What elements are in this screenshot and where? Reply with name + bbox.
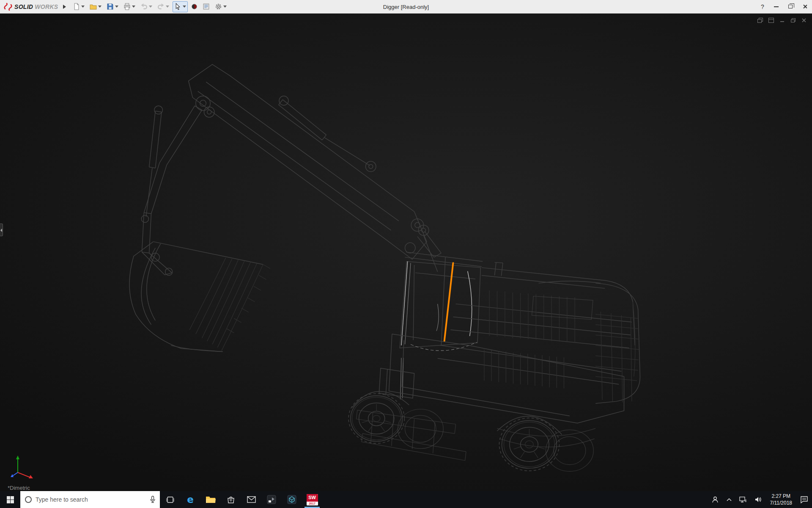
restore-doc-icon[interactable]	[789, 17, 797, 24]
help-button[interactable]: ?	[756, 0, 769, 13]
new-document-button[interactable]	[71, 1, 86, 12]
file-explorer-icon	[206, 495, 216, 504]
network-button[interactable]	[735, 491, 751, 508]
gear-icon	[215, 3, 222, 10]
view-orientation-label: *Dimetric	[8, 485, 30, 491]
minimize-button[interactable]	[769, 0, 783, 13]
undo-button[interactable]	[139, 1, 154, 12]
feature-panel-collapse-tab[interactable]	[0, 224, 3, 236]
media-app-icon	[267, 495, 276, 504]
speaker-icon	[754, 496, 762, 503]
document-window-controls	[756, 17, 808, 24]
taskbar-search[interactable]	[20, 491, 160, 508]
print-caret[interactable]	[132, 6, 135, 8]
network-icon	[739, 496, 747, 503]
volume-button[interactable]	[751, 491, 766, 508]
undo-caret[interactable]	[149, 6, 152, 8]
maximize-icon	[788, 5, 793, 8]
design-binder-icon	[203, 3, 210, 10]
tile-window-icon[interactable]	[767, 17, 775, 24]
options-caret[interactable]	[223, 6, 227, 8]
redo-button[interactable]	[156, 1, 171, 12]
redo-caret[interactable]	[166, 6, 169, 8]
taskbar-app-file-explorer[interactable]	[200, 491, 221, 508]
store-bag-icon	[227, 495, 235, 504]
solidworks-app-year: 2017	[307, 502, 318, 505]
hidden-icons-button[interactable]	[723, 491, 735, 508]
print-icon	[123, 3, 131, 10]
solidworks-app-label: SW	[307, 494, 318, 502]
options-button[interactable]	[213, 1, 228, 12]
close-doc-icon[interactable]	[800, 17, 808, 24]
print-button[interactable]	[122, 1, 137, 12]
select-tool-button[interactable]	[173, 1, 188, 12]
taskbar-app-solidworks[interactable]: SW 2017	[302, 491, 322, 508]
windows-logo-icon	[7, 496, 14, 503]
people-button[interactable]	[708, 491, 723, 508]
undo-icon	[140, 3, 148, 10]
task-view-icon	[166, 496, 174, 504]
new-document-caret[interactable]	[81, 6, 85, 8]
action-center-button[interactable]	[796, 491, 812, 508]
maximize-button[interactable]	[783, 0, 798, 13]
microphone-icon[interactable]	[150, 496, 156, 503]
open-button[interactable]	[88, 1, 103, 12]
clock-date: 7/11/2018	[770, 500, 793, 506]
solidworks-logo: SOLIDWORKS	[0, 0, 60, 13]
action-center-icon	[800, 496, 808, 503]
view-sphere-button[interactable]	[189, 1, 199, 12]
save-button[interactable]	[105, 1, 120, 12]
orientation-triad	[8, 454, 36, 481]
select-cursor-icon	[174, 3, 181, 10]
design-binder-button[interactable]	[201, 1, 211, 12]
viewer-app-icon	[287, 495, 296, 504]
close-icon	[803, 4, 807, 9]
graphics-viewport[interactable]: *Dimetric	[0, 14, 812, 491]
menu-flyout-arrow[interactable]	[63, 5, 66, 9]
start-button[interactable]	[0, 491, 20, 508]
minimize-icon	[774, 6, 779, 7]
clock-time: 2:27 PM	[771, 493, 790, 500]
open-folder-icon	[90, 3, 97, 10]
taskbar-app-media[interactable]	[261, 491, 282, 508]
close-button[interactable]	[798, 0, 812, 13]
open-caret[interactable]	[98, 6, 102, 8]
brand-works: WORKS	[35, 3, 58, 10]
titlebar-controls: ?	[756, 0, 812, 13]
redo-icon	[157, 3, 165, 10]
new-window-icon[interactable]	[756, 17, 764, 24]
selected-edge-highlight[interactable]	[444, 263, 453, 341]
brand-solid: SOLID	[14, 3, 33, 10]
save-caret[interactable]	[115, 6, 118, 8]
titlebar: SOLIDWORKS	[0, 0, 812, 14]
cortana-circle-icon	[25, 496, 32, 503]
solidworks-logo-icon	[3, 3, 13, 11]
search-input[interactable]	[36, 496, 146, 503]
windows-taskbar: e	[0, 491, 812, 508]
edge-icon: e	[187, 494, 194, 505]
window-title: Digger [Read-only]	[383, 0, 429, 14]
mail-envelope-icon	[247, 496, 256, 503]
taskbar-app-viewer[interactable]	[282, 491, 302, 508]
taskbar-app-edge[interactable]: e	[180, 491, 200, 508]
new-document-icon	[73, 3, 80, 10]
clock[interactable]: 2:27 PM 7/11/2018	[766, 491, 797, 508]
taskbar-app-store[interactable]	[221, 491, 241, 508]
people-icon	[711, 496, 719, 503]
taskbar-app-mail[interactable]	[241, 491, 261, 508]
chevron-up-icon	[727, 498, 732, 501]
minimize-doc-icon[interactable]	[778, 17, 786, 24]
select-tool-caret[interactable]	[183, 6, 186, 8]
task-view-button[interactable]	[160, 491, 180, 508]
view-sphere-icon	[191, 3, 198, 10]
solidworks-app-icon: SW 2017	[307, 494, 318, 505]
wireframe-digger-model[interactable]	[0, 14, 812, 491]
system-tray: 2:27 PM 7/11/2018	[708, 491, 812, 508]
save-floppy-icon	[107, 3, 114, 10]
